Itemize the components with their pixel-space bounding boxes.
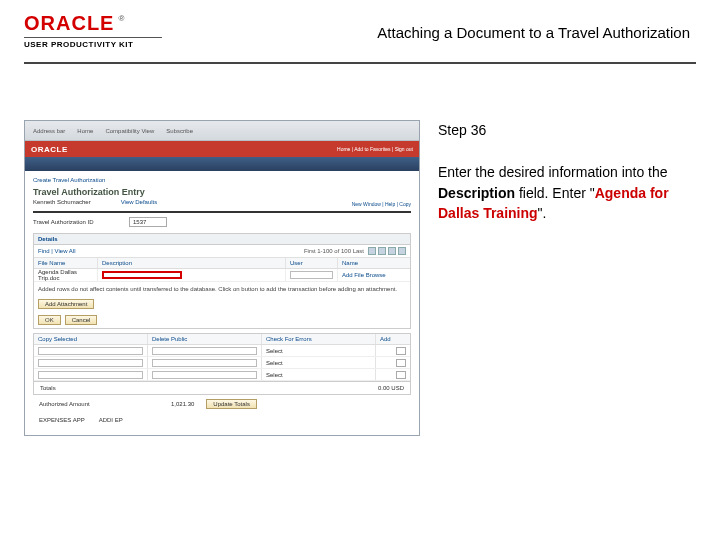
instr-field-name: Description [438, 185, 515, 201]
pager-icons[interactable] [368, 247, 406, 255]
oracle-navbar: ORACLE Home | Add to Favorites | Sign ou… [25, 141, 419, 157]
divider [33, 211, 411, 213]
brand-logo: ORACLE ® USER PRODUCTIVITY KIT [24, 12, 162, 49]
instr-part: field. Enter " [515, 185, 595, 201]
cell-browse[interactable]: Add File Browse [338, 269, 410, 281]
grid-cell[interactable] [38, 359, 143, 367]
gh-check[interactable]: Check For Errors [262, 334, 376, 344]
grid-cell[interactable] [38, 347, 143, 355]
grid-cell[interactable] [152, 347, 257, 355]
chrome-item: Compatibility View [105, 128, 154, 134]
add-row-icon[interactable] [396, 371, 406, 379]
oracle-nav-links: Home | Add to Favorites | Sign out [337, 146, 413, 152]
chrome-item: Subscribe [166, 128, 193, 134]
auth-id-label: Travel Authorization ID [33, 219, 123, 225]
grid-select-link[interactable]: Select [262, 357, 376, 368]
totals-label: Totals [40, 385, 56, 391]
update-totals-button[interactable]: Update Totals [206, 399, 257, 409]
totals-value: 0.00 USD [378, 385, 404, 391]
auth-id-input[interactable]: 1537 [129, 217, 167, 227]
logo-text: ORACLE [24, 12, 114, 35]
grid-select-link[interactable]: Select [262, 345, 376, 356]
header-rule [24, 62, 696, 64]
logo-subtitle: USER PRODUCTIVITY KIT [24, 40, 162, 49]
col-user: User [286, 258, 338, 268]
oracle-logo: ORACLE [31, 145, 68, 154]
panel-note: Added rows do not affect contents until … [34, 282, 410, 296]
authorized-amount-label: Authorized Amount [39, 401, 159, 407]
view-defaults-link[interactable]: View Defaults [121, 199, 158, 205]
add-row-icon[interactable] [396, 347, 406, 355]
mode-value: ADDI EP [99, 417, 123, 423]
col-name: Name [338, 258, 410, 268]
browser-chrome: Address bar Home Compatibility View Subs… [25, 121, 419, 141]
blue-band [25, 157, 419, 171]
grid-cell[interactable] [38, 371, 143, 379]
pager-text: First 1-100 of 100 Last [304, 248, 364, 254]
col-description: Description [98, 258, 286, 268]
grid-cell[interactable] [152, 359, 257, 367]
details-panel: Details Find | View All First 1-100 of 1… [33, 233, 411, 329]
instr-part: Enter the desired information into the [438, 164, 668, 180]
authorized-amount-value: 1,021.30 [171, 401, 194, 407]
user-cell-input[interactable] [290, 271, 333, 279]
col-filename: File Name [34, 258, 98, 268]
find-link[interactable]: Find | View All [38, 248, 75, 254]
panel-heading: Details [34, 234, 410, 245]
gh-copy[interactable]: Copy Selected [34, 334, 148, 344]
ok-button[interactable]: OK [38, 315, 61, 325]
description-input-highlight[interactable] [102, 271, 182, 279]
logo-tm: ® [118, 14, 124, 23]
instr-part: ". [538, 205, 547, 221]
employee-name: Kenneth Schumacher [33, 199, 91, 205]
chrome-item: Home [77, 128, 93, 134]
cell-filename: Agenda Dallas Trip.doc [34, 269, 98, 281]
cancel-button[interactable]: Cancel [65, 315, 98, 325]
secondary-grid: Copy Selected Delete Public Check For Er… [33, 333, 411, 382]
section-heading: Travel Authorization Entry [33, 187, 411, 197]
gh-add: Add [376, 334, 410, 344]
gh-delete[interactable]: Delete Public [148, 334, 262, 344]
add-attachment-button[interactable]: Add Attachment [38, 299, 94, 309]
logo-divider [24, 37, 162, 38]
step-label: Step 36 [438, 120, 696, 140]
grid-select-link[interactable]: Select [262, 369, 376, 380]
page-title: Attaching a Document to a Travel Authori… [377, 24, 690, 41]
chrome-item: Address bar [33, 128, 65, 134]
instruction-text: Enter the desired information into the D… [438, 162, 696, 223]
embedded-screenshot: Address bar Home Compatibility View Subs… [24, 120, 420, 436]
add-row-icon[interactable] [396, 359, 406, 367]
mode-label: EXPENSES APP [39, 417, 85, 423]
grid-cell[interactable] [152, 371, 257, 379]
breadcrumb: Create Travel Authorization [33, 177, 411, 183]
